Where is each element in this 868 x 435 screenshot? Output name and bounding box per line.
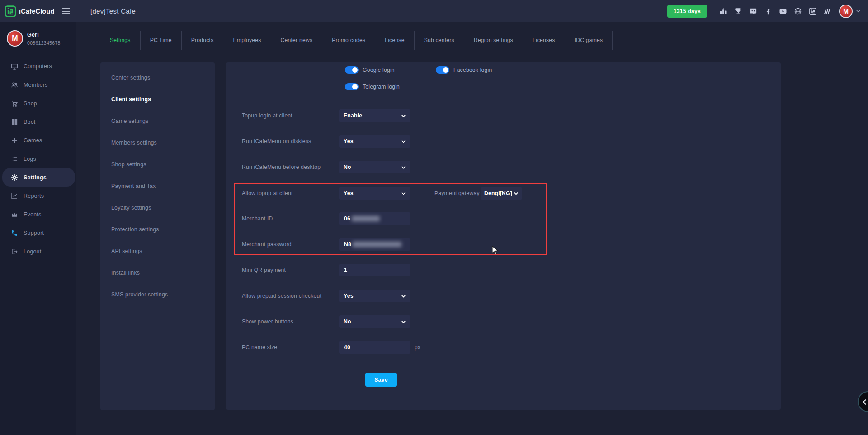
icafecloud-logo-icon — [5, 5, 16, 17]
gamepad-icon — [10, 136, 18, 144]
sidebar-item-label: Events — [24, 211, 41, 218]
mini-qr-row: Mini QR payment 1 — [242, 264, 410, 276]
facebook-login-row: Facebook login — [436, 66, 492, 74]
pc-name-size-input[interactable]: 40 — [339, 341, 410, 354]
tab-settings[interactable]: Settings — [100, 31, 141, 50]
globe-icon — [794, 7, 802, 15]
sidebar-item-support[interactable]: Support — [0, 224, 76, 242]
settings-nav-item-shop-settings[interactable]: Shop settings — [100, 154, 215, 175]
sidebar-item-label: Settings — [24, 174, 47, 181]
discord-icon — [749, 7, 757, 15]
logs-icon — [10, 155, 18, 163]
sidebar-item-shop[interactable]: Shop — [0, 94, 76, 112]
logout-icon — [10, 248, 18, 255]
save-button[interactable]: Save — [365, 373, 397, 387]
icafecloud-app: iCafeCloud [dev]Test Cafe 1315 days M M … — [0, 0, 868, 435]
blurred-value — [352, 216, 380, 221]
client-settings-form: Google login Facebook login Telegram log… — [226, 62, 781, 410]
ranking-icon — [719, 7, 727, 15]
before-desktop-row: Run iCafeMenu before desktop No — [242, 161, 410, 173]
before-desktop-select[interactable]: No — [339, 161, 410, 173]
settings-nav-item-client-settings[interactable]: Client settings — [100, 89, 215, 110]
diskless-select[interactable]: Yes — [339, 135, 410, 148]
topbar-icon-discord[interactable] — [749, 7, 757, 15]
sidebar-item-boot[interactable]: Boot — [0, 112, 76, 131]
topbar-icon-facebook[interactable] — [764, 7, 772, 15]
settings-nav-item-center-settings[interactable]: Center settings — [100, 67, 215, 89]
user-block: M Geri 008612345678 — [0, 22, 76, 47]
sidebar-item-label: Reports — [24, 193, 44, 199]
topup-login-select[interactable]: Enable — [339, 109, 410, 122]
avatar[interactable]: M — [839, 5, 853, 18]
icafecloud-icon — [809, 7, 817, 15]
sidebar-item-computers[interactable]: Computers — [0, 57, 76, 75]
topbar-icon-layers[interactable] — [823, 7, 832, 15]
settings-nav-item-api-settings[interactable]: API settings — [100, 240, 215, 262]
px-suffix: px — [415, 344, 420, 351]
brand-area: iCafeCloud — [0, 0, 76, 22]
merchant-password-input[interactable]: N8 — [339, 238, 410, 251]
chevron-down-icon[interactable] — [856, 9, 861, 14]
users-icon — [10, 81, 18, 89]
google-login-row: Google login — [345, 66, 395, 74]
topbar-icon-list — [719, 7, 832, 15]
facebook-login-toggle[interactable] — [436, 66, 449, 74]
settings-nav-item-protection-settings[interactable]: Protection settings — [100, 219, 215, 240]
settings-nav-item-install-links[interactable]: Install links — [100, 262, 215, 284]
topbar-right: 1315 days M — [667, 5, 868, 18]
user-name: Geri — [27, 32, 61, 38]
sidebar-nav: ComputersMembersShopBootGamesLogsSetting… — [0, 57, 76, 261]
power-buttons-select[interactable]: No — [339, 315, 410, 328]
hamburger-menu-icon[interactable] — [62, 7, 70, 16]
tab-employees[interactable]: Employees — [223, 31, 271, 50]
tab-center-news[interactable]: Center news — [271, 31, 323, 50]
tab-idc-games[interactable]: IDC games — [565, 31, 613, 50]
license-days-badge[interactable]: 1315 days — [667, 5, 707, 18]
topbar-icon-ranking[interactable] — [719, 7, 727, 15]
cart-icon — [10, 99, 18, 107]
settings-nav-item-members-settings[interactable]: Members settings — [100, 132, 215, 154]
sidebar-item-members[interactable]: Members — [0, 75, 76, 94]
sidebar-item-games[interactable]: Games — [0, 131, 76, 150]
merchant-password-row: Merchant password N8 — [242, 238, 410, 251]
topbar-icon-globe[interactable] — [793, 7, 802, 15]
tab-licenses[interactable]: Licenses — [523, 31, 565, 50]
settings-nav-item-sms-provider-settings[interactable]: SMS provider settings — [100, 284, 215, 305]
sidebar-item-settings[interactable]: Settings — [2, 168, 75, 187]
tab-pc-time[interactable]: PC Time — [141, 31, 182, 50]
user-avatar[interactable]: M — [7, 30, 23, 47]
monitor-icon — [10, 62, 18, 70]
layers-icon — [824, 7, 832, 15]
topbar-icon-youtube[interactable] — [778, 7, 787, 15]
facebook-login-label: Facebook login — [453, 67, 492, 73]
collapse-panel-button[interactable] — [858, 391, 868, 412]
sidebar-item-logs[interactable]: Logs — [0, 150, 76, 168]
telegram-login-row: Telegram login — [345, 83, 400, 90]
topbar-icon-trophy[interactable] — [734, 7, 742, 15]
merchant-id-input[interactable]: 06 — [339, 212, 410, 225]
payment-gateway-select[interactable]: Dengi[KG] — [481, 187, 522, 200]
settings-nav-item-payment-and-tax[interactable]: Payment and Tax — [100, 175, 215, 197]
allow-topup-select[interactable]: Yes — [339, 187, 410, 200]
sidebar-item-events[interactable]: Events — [0, 205, 76, 224]
tab-products[interactable]: Products — [182, 31, 224, 50]
google-login-toggle[interactable] — [345, 66, 359, 74]
brand-name: iCafeCloud — [19, 8, 55, 15]
mini-qr-input[interactable]: 1 — [339, 264, 410, 276]
tabbar: SettingsPC TimeProductsEmployeesCenter n… — [100, 31, 613, 50]
tab-license[interactable]: License — [375, 31, 414, 50]
telegram-login-label: Telegram login — [363, 84, 400, 90]
tab-region-settings[interactable]: Region settings — [464, 31, 523, 50]
settings-nav-item-loyalty-settings[interactable]: Loyalty settings — [100, 197, 215, 219]
tab-sub-centers[interactable]: Sub centers — [415, 31, 464, 50]
telegram-login-toggle[interactable] — [345, 83, 359, 90]
topbar: iCafeCloud [dev]Test Cafe 1315 days M — [0, 0, 868, 22]
topbar-icon-icafecloud[interactable] — [808, 7, 817, 15]
topup-login-row: Topup login at client Enable — [242, 109, 410, 122]
sidebar-item-logout[interactable]: Logout — [0, 242, 76, 261]
prepaid-checkout-select[interactable]: Yes — [339, 290, 410, 302]
settings-nav-item-game-settings[interactable]: Game settings — [100, 110, 215, 132]
chevron-left-icon — [861, 398, 868, 406]
sidebar-item-reports[interactable]: Reports — [0, 187, 76, 205]
tab-promo-codes[interactable]: Promo codes — [322, 31, 375, 50]
